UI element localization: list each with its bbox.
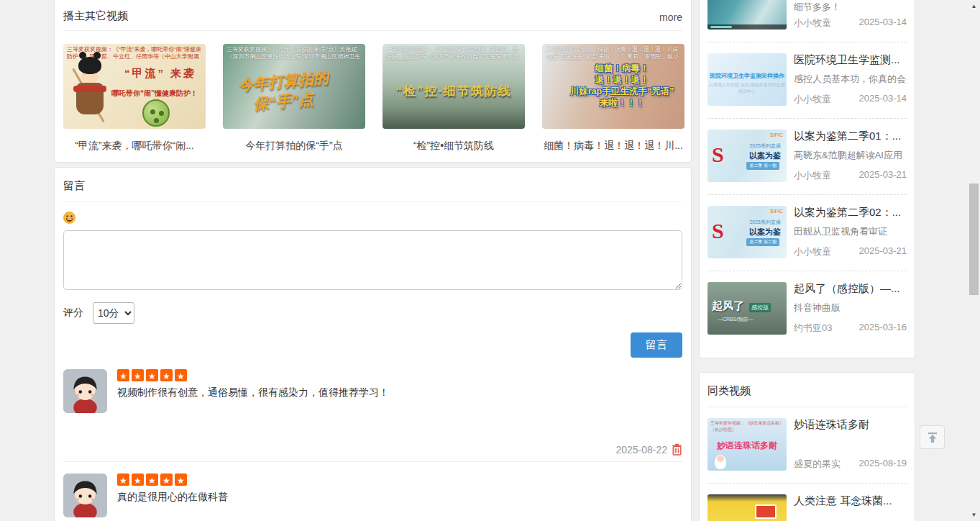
related-videos-card: 细节多多！ 小小牧童 2025-03-14 医院环境卫生学监测采样操作 白求恩人…: [699, 0, 915, 358]
star-icon: [146, 474, 158, 486]
avatar: [63, 474, 107, 517]
thumbnail-text: 哪吒带你“闹”懂健康防护！: [105, 89, 204, 99]
player-progress-bar: [707, 24, 787, 30]
scrollbar-track[interactable]: ▲ ▼: [968, 0, 980, 521]
avatar: [63, 369, 107, 413]
video-thumb-row: 三等奖获奖视频：《“甲流”来袭，哪吒带你“闹”懂健康防护！》陈婷茹、牛立红、任雨…: [63, 31, 682, 153]
video-author[interactable]: 约书亚03: [794, 322, 832, 335]
thumbnail-text: 第二季 第二期: [746, 238, 779, 246]
thumbnail-caption: 三等奖获奖视频：《今年打算拍的保“手”点》吴艳妮（深圳市南山区慢性病防治院/深圳…: [226, 46, 362, 61]
back-to-top-button[interactable]: [920, 425, 945, 449]
rating-select[interactable]: 10分: [93, 302, 134, 324]
similar-videos-card: 同类视频 三等奖获奖视频：《妙语连珠话多耐》（长沙医院） 妙语连珠话多耐 妙语连…: [699, 372, 915, 521]
star-icon: [146, 369, 158, 381]
video-thumbnail-yianweijian-02[interactable]: S SIFIC 2025系列直播 以案为鉴 第二季 第二期: [707, 206, 787, 258]
video-thumbnail-monitoring[interactable]: 医院环境卫生学监测采样操作 白求恩人民医院 信息·物资采集管理监测培训中心: [707, 53, 787, 106]
video-author[interactable]: 盛夏的果实: [794, 458, 841, 471]
video-author[interactable]: 小小牧童: [794, 245, 831, 258]
rating-label: 评分: [63, 307, 83, 320]
video-title[interactable]: 人类注意 耳念珠菌...: [794, 494, 907, 508]
sific-logo: SIFIC: [770, 132, 783, 137]
comment-item: 真的是很用心的在做科普: [63, 462, 682, 521]
comment-item: 视频制作很有创意，通俗易懂，很有感染力，值得推荐学习！ 2025-08-22: [63, 358, 682, 462]
star-icon: [132, 369, 144, 381]
video-thumbnail-jiankong[interactable]: 一等奖获奖视频：《“检”控·细节筑防线》陈苗红、吴妍妍、张晶晶等（深圳市前海蛇口…: [383, 44, 525, 129]
thumbnail-text: 白求恩人民医院 信息·物资采集管理监测培训中心: [707, 82, 787, 95]
video-subtitle: 田靓从卫监视角看审证: [794, 225, 907, 238]
video-date: 2025-03-16: [859, 322, 907, 335]
section-title: 播主其它视频: [63, 9, 128, 23]
video-subtitle: 抖音神曲版: [794, 302, 907, 314]
star-icon: [175, 474, 187, 486]
video-subtitle: 感控人员基本功，你真的会采: [794, 73, 907, 86]
video-title[interactable]: “检”控•细节筑防线: [383, 140, 525, 153]
thumbnail-text: 以案为鉴: [749, 227, 781, 237]
scrollbar-up-arrow[interactable]: ▲: [968, 0, 980, 12]
submit-comment-button[interactable]: 留言: [631, 332, 682, 358]
sidebar-video-item: 起风了 感控版 —CRBSI预防— 起风了（感控版）—... 抖音神曲版 约书亚…: [707, 271, 907, 347]
scrollbar-down-arrow[interactable]: ▼: [968, 509, 980, 521]
video-thumbnail-qifengle[interactable]: 起风了 感控版 —CRBSI预防—: [707, 282, 787, 335]
video-subtitle: 高晓东&范鹏超解读AI应用: [794, 149, 907, 162]
thumbnail-text: 妙语连珠话多耐: [707, 440, 787, 452]
thumbnail-text: S: [712, 142, 724, 167]
thumbnail-text: S: [712, 219, 724, 243]
thumbnail-text: “甲流” 来袭: [119, 67, 201, 81]
video-title[interactable]: “甲流”来袭，哪吒带你“闹...: [63, 140, 206, 153]
more-link[interactable]: more: [659, 12, 682, 23]
video-thumbnail-nurse[interactable]: [707, 0, 787, 30]
nurse-illustration: [715, 455, 726, 469]
video-title[interactable]: 今年打算拍的保“手”点: [223, 140, 365, 153]
thumbnail-text: “检”控·细节筑防线: [383, 83, 525, 99]
video-title[interactable]: 以案为鉴第二季01：...: [794, 130, 907, 143]
video-author[interactable]: 小小牧童: [794, 169, 831, 182]
sidebar-video-item: 三等奖获奖视频：《妙语连珠话多耐》（长沙医院） 妙语连珠话多耐 妙语连珠话多耐 …: [707, 407, 907, 483]
delete-comment-icon[interactable]: [672, 443, 682, 456]
thumbnail-text: 医院环境卫生学监测采样操作: [707, 72, 787, 80]
comment-date: 2025-08-22: [615, 444, 667, 456]
video-thumbnail-miaoyu[interactable]: 三等奖获奖视频：《妙语连珠话多耐》（长沙医院） 妙语连珠话多耐: [707, 418, 787, 471]
sidebar-video-item: 人类注意 耳念珠菌...: [707, 483, 907, 521]
arrow-up-to-top-icon: [927, 432, 938, 443]
warning-sign-illustration: [755, 504, 777, 519]
comment-textarea[interactable]: [63, 230, 682, 290]
video-title[interactable]: 妙语连珠话多耐: [794, 418, 907, 432]
video-thumbnail-yianweijian-01[interactable]: S SIFIC 2025系列直播 以案为鉴 第二季 第一期: [707, 130, 787, 182]
video-subtitle: 细节多多！: [794, 1, 907, 14]
thumbnail-text: —CRBSI预防—: [718, 316, 753, 323]
scrollbar-thumb[interactable]: [969, 184, 979, 295]
star-icon: [132, 474, 144, 486]
section-title: 同类视频: [707, 373, 907, 407]
thumbnail-text: 第二季 第一期: [746, 162, 779, 170]
comment-text: 真的是很用心的在做科普: [117, 491, 682, 504]
video-thumbnail-erzhenzhujun[interactable]: [707, 494, 787, 521]
video-title[interactable]: 以案为鉴第二季02：...: [794, 206, 907, 219]
video-thumbnail-jialiu[interactable]: 三等奖获奖视频：《“甲流”来袭，哪吒带你“闹”懂健康防护！》陈婷茹、牛立红、任雨…: [63, 44, 206, 129]
card-header: 播主其它视频 more: [63, 0, 682, 31]
video-author[interactable]: 小小牧童: [794, 17, 831, 30]
video-cell: 三等奖获奖视频：《“甲流”来袭，哪吒带你“闹”懂健康防护！》陈婷茹、牛立红、任雨…: [63, 44, 206, 153]
video-date: 2025-08-19: [859, 458, 907, 471]
star-rating: [117, 369, 682, 381]
thumbnail-text: 2025系列直播: [749, 219, 781, 226]
video-title[interactable]: 起风了（感控版）—...: [794, 282, 907, 296]
emoji-picker-icon[interactable]: [63, 212, 75, 224]
video-title[interactable]: 医院环境卫生学监测...: [794, 53, 907, 67]
star-icon: [160, 369, 173, 381]
sidebar-video-item: 细节多多！ 小小牧童 2025-03-14: [707, 0, 907, 42]
video-author[interactable]: 小小牧童: [794, 93, 831, 106]
thumbnail-text: 细菌！病毒！ 退！退！退！ 川妹rap手卫生洗手“咒语” 来啦！！！: [561, 63, 683, 109]
video-cell: 二等奖获奖视频：《细菌！病毒！退！退！退！川妹rap手卫生洗手“咒语”来啦！！》…: [542, 44, 684, 153]
video-date: 2025-03-14: [859, 17, 907, 30]
broadcaster-other-videos-card: 播主其它视频 more 三等奖获奖视频：《“甲流”来袭，哪吒带你“闹”懂健康防护…: [54, 0, 692, 163]
video-thumbnail-rap[interactable]: 二等奖获奖视频：《细菌！病毒！退！退！退！川妹rap手卫生洗手“咒语”来啦！！》…: [542, 44, 684, 129]
video-thumbnail-baoshoudian[interactable]: 三等奖获奖视频：《今年打算拍的保“手”点》吴艳妮（深圳市南山区慢性病防治院/深圳…: [223, 44, 365, 129]
thumbnail-text: 起风了: [712, 299, 744, 313]
video-cell: 三等奖获奖视频：《今年打算拍的保“手”点》吴艳妮（深圳市南山区慢性病防治院/深圳…: [223, 44, 365, 153]
nezha-character-illustration: [68, 57, 112, 126]
thumbnail-caption: 一等奖获奖视频：《“检”控·细节筑防线》陈苗红、吴妍妍、张晶晶等（深圳市前海蛇口…: [386, 46, 521, 61]
video-title[interactable]: 细菌！病毒！退！退！退！川...: [542, 140, 684, 153]
video-cell: 一等奖获奖视频：《“检”控·细节筑防线》陈苗红、吴妍妍、张晶晶等（深圳市前海蛇口…: [383, 44, 525, 153]
sific-logo: SIFIC: [770, 209, 783, 214]
star-icon: [175, 369, 187, 381]
